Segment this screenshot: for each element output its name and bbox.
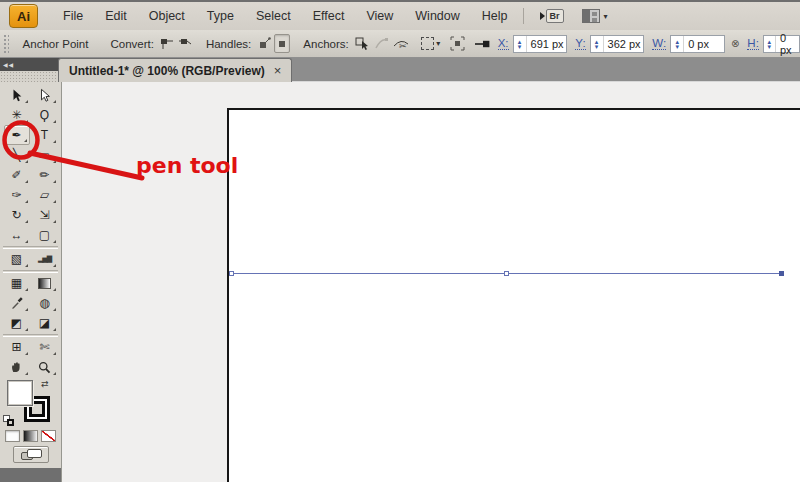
w-field-label[interactable]: W: [652,37,666,50]
fill-stroke-widget: ⇄ [0,379,61,427]
rectangle-tool[interactable]: ▭ [32,145,58,165]
pencil-tool[interactable]: ✏ [32,165,58,185]
artboard[interactable] [227,108,800,482]
zoom-tool[interactable] [32,357,58,377]
scale-tool[interactable]: ⇲ [32,205,58,225]
tab-close-icon[interactable]: × [274,64,282,77]
menu-item-view[interactable]: View [355,2,404,30]
eraser-tool[interactable]: ▱ [32,185,58,205]
workspace-layout-icon [582,9,600,23]
menu-item-file[interactable]: File [52,2,94,30]
height-field[interactable]: ▴▾ 0 px [763,35,800,53]
menu-item-help[interactable]: Help [471,2,519,30]
anchor-point-selected[interactable] [779,271,784,276]
select-similar-icon [421,37,434,50]
draw-normal-icon [27,449,42,458]
h-spinner[interactable]: ▴▾ [764,36,776,52]
chevron-down-icon[interactable]: ▾ [436,39,440,48]
default-fill-stroke-icon[interactable] [3,415,15,426]
blob-brush-tool[interactable]: ✑ [4,185,30,205]
tools-panel-header: ◀◀ [0,58,62,81]
document-tab-bar: ◀◀ Untitled-1* @ 100% (RGB/Preview) × [0,58,800,82]
type-tool[interactable]: T [32,125,58,145]
anchor-point[interactable] [504,271,509,276]
paintbrush-tool[interactable]: ✐ [4,165,30,185]
selection-tool[interactable] [4,85,30,105]
bridge-arrow-icon [540,12,545,20]
illustrator-window: Ai FileEditObjectTypeSelectEffectViewWin… [0,0,800,482]
document-tab[interactable]: Untitled-1* @ 100% (RGB/Preview) × [58,58,292,82]
y-position-field[interactable]: ▴▾ 362 px [590,35,645,53]
menu-item-effect[interactable]: Effect [302,2,356,30]
artboard-tool[interactable]: ⊞ [4,337,30,357]
x-position-field[interactable]: ▴▾ 691 px [513,35,568,53]
menu-item-window[interactable]: Window [404,2,470,30]
direct-selection-tool[interactable] [32,85,58,105]
magic-wand-tool[interactable]: ✳ [4,105,30,125]
panel-grip-texture[interactable] [0,71,62,82]
menu-item-object[interactable]: Object [138,2,196,30]
drawing-modes-button[interactable] [13,446,49,463]
fill-color-swatch[interactable] [7,380,33,406]
cut-path-button[interactable]: ✂ [392,34,410,53]
none-button[interactable] [41,430,56,442]
isolate-object-icon [450,36,465,51]
live-paint-selection-tool[interactable]: ◪ [32,313,58,333]
rotate-tool[interactable]: ↻ [4,205,30,225]
tools-panel: ✳Ϙ✒T╲▭✐✏✑▱↻⇲↔▢▧▂▅▇▦◍◩◪⊞✄ ⇄ [0,82,62,482]
hand-tool[interactable] [4,357,30,377]
anchor-point[interactable] [229,271,234,276]
swap-fill-stroke-icon[interactable]: ⇄ [41,379,49,389]
width-field[interactable]: ▴▾ 0 px [670,35,725,53]
x-field-label[interactable]: X: [498,37,509,50]
h-field-label[interactable]: H: [747,37,759,50]
convert-to-smooth-button[interactable] [177,34,193,53]
go-to-bridge-button[interactable]: Br [540,9,564,23]
isolate-object-button[interactable] [449,34,466,53]
convert-smooth-icon [178,37,192,51]
slice-tool[interactable]: ✄ [32,337,58,357]
convert-label: Convert: [110,38,153,50]
canvas-area[interactable] [62,82,800,482]
x-spinner[interactable]: ▴▾ [514,36,527,52]
workspace-switcher-button[interactable]: ▾ [582,9,608,23]
gradient-tool[interactable] [32,273,58,293]
gradient-button[interactable] [23,430,38,442]
blend-tool[interactable]: ◍ [32,293,58,313]
svg-text:✂: ✂ [399,41,407,51]
free-transform-tool[interactable]: ▢ [32,225,58,245]
symbol-sprayer-tool[interactable]: ▧ [4,249,30,269]
tools-panel-footer [0,468,61,482]
show-handles-button[interactable] [256,34,272,53]
pen-tool[interactable]: ✒ [4,125,30,145]
control-bar: Anchor Point Convert: Handles: Anchors: … [0,30,800,58]
panel-grip-handle[interactable] [3,34,9,54]
link-dimensions-icon[interactable]: ⊗ [731,38,739,49]
menu-item-type[interactable]: Type [196,2,245,30]
document-tab-title: Untitled-1* @ 100% (RGB/Preview) [69,64,265,78]
y-spinner[interactable]: ▴▾ [591,36,604,52]
live-paint-bucket-tool[interactable]: ◩ [4,313,30,333]
connect-path-button[interactable] [373,34,390,53]
line-segment-tool[interactable]: ╲ [4,145,30,165]
remove-anchor-icon [355,36,370,51]
width-tool[interactable]: ↔ [4,225,30,245]
remove-anchor-button[interactable] [354,34,371,53]
select-similar-objects-button[interactable] [420,34,436,53]
collapse-panel-button[interactable]: ◀◀ [0,58,62,71]
handles-label: Handles: [206,38,251,50]
color-button[interactable] [5,430,20,442]
selection-type-label: Anchor Point [23,38,89,50]
menu-item-edit[interactable]: Edit [94,2,138,30]
convert-to-corner-button[interactable] [159,34,175,53]
lasso-tool[interactable]: Ϙ [32,105,58,125]
eyedropper-tool[interactable] [4,293,30,313]
menu-separator [523,8,524,24]
mesh-tool[interactable]: ▦ [4,273,30,293]
y-field-label[interactable]: Y: [575,37,585,50]
hide-handles-button[interactable] [274,34,290,53]
menu-item-select[interactable]: Select [245,2,302,30]
column-graph-tool[interactable]: ▂▅▇ [32,249,58,269]
connect-path-icon [374,36,389,51]
w-spinner[interactable]: ▴▾ [671,36,684,52]
